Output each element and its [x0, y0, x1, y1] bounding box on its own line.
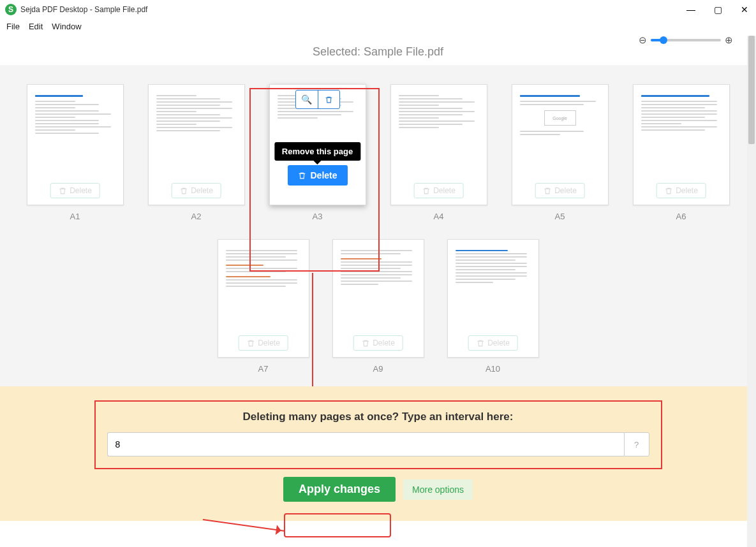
- app-logo: S: [5, 4, 17, 15]
- page-preview: Delete: [27, 84, 124, 205]
- page-thumb-a2[interactable]: Delete A2: [145, 84, 248, 221]
- page-preview: Delete: [633, 84, 730, 205]
- delete-page-button-active[interactable]: Delete: [287, 165, 347, 186]
- interval-panel: Deleting many pages at once? Type an int…: [94, 400, 662, 469]
- page-preview: Delete: [332, 239, 424, 358]
- zoom-in-icon[interactable]: ⊕: [725, 34, 733, 46]
- interval-title: Deleting many pages at once? Type an int…: [107, 411, 649, 423]
- trash-icon: [246, 339, 255, 347]
- trash-icon: [543, 187, 551, 195]
- trash-icon: [179, 187, 188, 195]
- trash-icon: [422, 187, 430, 195]
- page-label: A2: [191, 212, 202, 221]
- zoom-out-icon[interactable]: ⊖: [639, 34, 647, 46]
- delete-page-icon-button[interactable]: [318, 91, 339, 108]
- trash-icon: [361, 339, 369, 347]
- minimize-button[interactable]: —: [685, 4, 697, 15]
- interval-help-button[interactable]: ?: [624, 432, 649, 456]
- page-label: A4: [434, 212, 444, 221]
- menu-bar: File Edit Window: [0, 19, 756, 36]
- page-label: A3: [313, 212, 323, 221]
- annotation-arrow-apply: [203, 519, 285, 532]
- page-grid-row1: Delete A1 Delete A2 🔍: [13, 84, 743, 221]
- delete-page-button[interactable]: Delete: [238, 335, 288, 351]
- menu-file[interactable]: File: [6, 22, 20, 31]
- trash-icon: [58, 187, 66, 195]
- page-thumb-a7[interactable]: Delete A7: [216, 239, 311, 374]
- menu-window[interactable]: Window: [52, 22, 81, 31]
- delete-page-button[interactable]: Delete: [50, 183, 100, 198]
- delete-page-button[interactable]: Delete: [468, 335, 518, 351]
- page-label: A6: [676, 212, 686, 221]
- page-preview: Google Delete: [512, 84, 609, 205]
- zoom-controls: ⊖ ⊕: [639, 34, 733, 46]
- page-preview: 🔍 Remove this page Delete: [269, 84, 366, 205]
- title-bar: S Sejda PDF Desktop - Sample File.pdf — …: [0, 0, 756, 19]
- close-button[interactable]: ✕: [738, 4, 751, 15]
- zoom-slider[interactable]: [651, 39, 721, 41]
- workspace: Delete A1 Delete A2 🔍: [0, 65, 756, 386]
- window-title: Sejda PDF Desktop - Sample File.pdf: [20, 5, 147, 14]
- page-hover-toolbar: 🔍: [295, 90, 340, 109]
- delete-page-button[interactable]: Delete: [171, 183, 221, 198]
- page-label: A7: [258, 364, 269, 374]
- delete-page-button[interactable]: Delete: [535, 183, 585, 198]
- page-thumb-a10[interactable]: Delete A10: [445, 239, 541, 374]
- page-thumb-a4[interactable]: Delete A4: [388, 84, 490, 221]
- page-preview: Delete: [218, 239, 309, 358]
- footer-band: Deleting many pages at once? Type an int…: [0, 386, 756, 521]
- menu-edit[interactable]: Edit: [29, 22, 43, 31]
- page-thumb-a9[interactable]: Delete A9: [330, 239, 426, 374]
- delete-page-button[interactable]: Delete: [353, 335, 403, 351]
- page-thumb-a6[interactable]: Delete A6: [630, 84, 732, 221]
- apply-changes-button[interactable]: Apply changes: [283, 477, 396, 502]
- page-thumb-a5[interactable]: Google Delete A5: [509, 84, 611, 221]
- interval-input[interactable]: [107, 432, 624, 456]
- window-controls: — ▢ ✕: [685, 4, 751, 15]
- vertical-scrollbar[interactable]: [747, 36, 756, 547]
- page-preview: Delete: [148, 84, 245, 205]
- zoom-page-button[interactable]: 🔍: [296, 91, 318, 108]
- trash-icon: [664, 187, 672, 195]
- trash-icon: [476, 339, 484, 347]
- page-thumb-a1[interactable]: Delete A1: [24, 84, 126, 221]
- page-preview: Delete: [447, 239, 539, 358]
- trash-icon: [297, 171, 306, 180]
- page-label: A10: [485, 364, 500, 374]
- more-options-link[interactable]: More options: [403, 479, 473, 500]
- maximize-button[interactable]: ▢: [711, 4, 724, 15]
- page-preview: Delete: [390, 84, 487, 205]
- page-label: A9: [373, 364, 383, 374]
- page-grid-row2: Delete A7 Delete A9 Del: [13, 239, 743, 374]
- delete-tooltip: Remove this page: [274, 142, 360, 161]
- page-thumb-a3[interactable]: 🔍 Remove this page Delete A3: [267, 84, 369, 221]
- page-label: A1: [70, 212, 80, 221]
- delete-page-button[interactable]: Delete: [413, 183, 464, 198]
- delete-page-button[interactable]: Delete: [656, 183, 706, 198]
- page-label: A5: [555, 212, 565, 221]
